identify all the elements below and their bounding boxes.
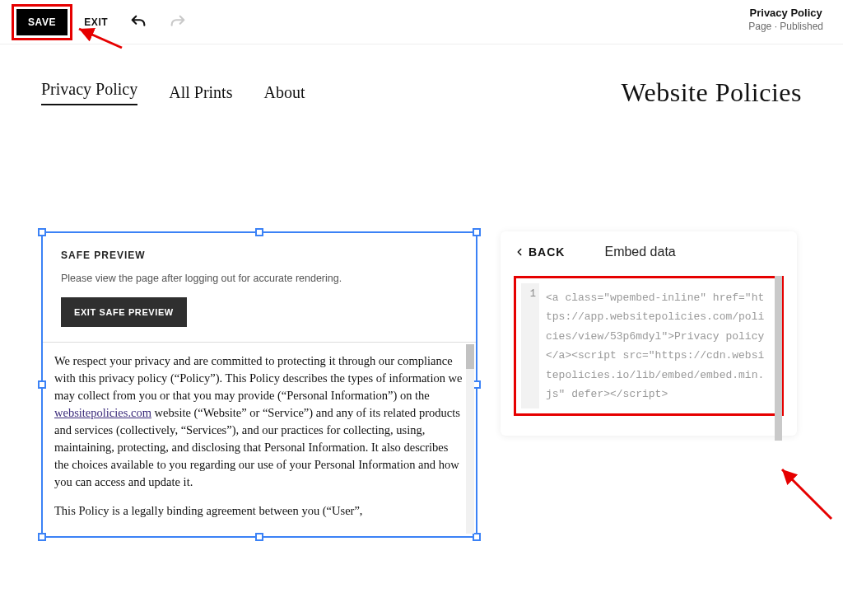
- resize-handle[interactable]: [38, 228, 46, 236]
- panel-header: BACK Embed data: [514, 245, 784, 259]
- site-nav: Privacy Policy All Prints About Website …: [0, 44, 843, 116]
- chevron-left-icon: [514, 246, 525, 258]
- embed-code-text[interactable]: <a class="wpembed-inline" href="https://…: [539, 283, 776, 408]
- exit-button[interactable]: EXIT: [84, 16, 108, 28]
- nav-link-privacy-policy[interactable]: Privacy Policy: [41, 80, 137, 105]
- exit-safe-preview-button[interactable]: EXIT SAFE PREVIEW: [61, 297, 187, 327]
- save-button[interactable]: SAVE: [16, 9, 68, 35]
- page-status-sub: Page · Published: [748, 21, 823, 32]
- resize-handle[interactable]: [255, 228, 263, 236]
- redo-icon[interactable]: [169, 13, 187, 31]
- embed-block-editor[interactable]: SAFE PREVIEW Please view the page after …: [41, 231, 477, 538]
- site-brand: Website Policies: [621, 77, 802, 108]
- policy-paragraph: We respect your privacy and are committe…: [54, 352, 464, 491]
- back-button[interactable]: BACK: [514, 245, 565, 259]
- safe-preview-banner: SAFE PREVIEW Please view the page after …: [43, 233, 476, 343]
- nav-link-about[interactable]: About: [263, 83, 305, 102]
- policy-text-body: We respect your privacy and are committe…: [43, 343, 476, 536]
- embed-data-panel: BACK Embed data 1 <a class="wpembed-inli…: [501, 231, 797, 436]
- code-gutter: 1: [521, 283, 539, 408]
- safe-preview-message: Please view the page after logging out f…: [61, 273, 458, 284]
- embed-code-box[interactable]: 1 <a class="wpembed-inline" href="https:…: [521, 283, 776, 408]
- policy-paragraph: This Policy is a legally binding agreeme…: [54, 502, 464, 520]
- embed-code-highlight-box: 1 <a class="wpembed-inline" href="https:…: [514, 276, 784, 416]
- policy-link[interactable]: websitepolicies.com: [54, 406, 151, 419]
- scrollbar-thumb[interactable]: [466, 344, 474, 369]
- resize-handle[interactable]: [473, 228, 481, 236]
- panel-title: Embed data: [604, 245, 675, 259]
- work-area: SAFE PREVIEW Please view the page after …: [0, 116, 843, 538]
- editor-topbar: SAVE EXIT Privacy Policy Page · Publishe…: [0, 0, 843, 44]
- page-status: Privacy Policy Page · Published: [748, 7, 823, 32]
- page-status-title: Privacy Policy: [748, 7, 823, 19]
- scrollbar-track: [466, 344, 474, 534]
- safe-preview-title: SAFE PREVIEW: [61, 250, 458, 261]
- nav-link-all-prints[interactable]: All Prints: [169, 83, 232, 102]
- undo-icon[interactable]: [129, 13, 147, 31]
- scrollbar-thumb[interactable]: [775, 276, 782, 441]
- save-highlight-box: SAVE: [12, 4, 72, 40]
- selection-outline: SAFE PREVIEW Please view the page after …: [41, 231, 477, 538]
